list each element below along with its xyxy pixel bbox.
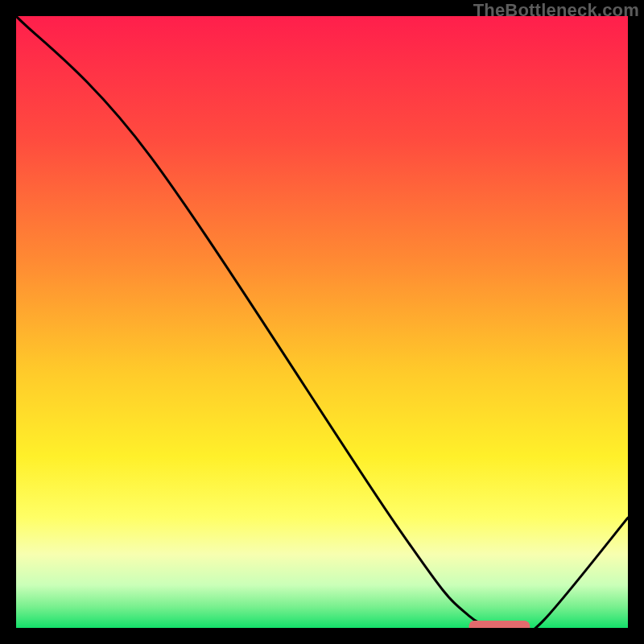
chart-frame: TheBottleneck.com	[0, 0, 644, 644]
plot-area	[16, 16, 628, 628]
optimal-range-marker	[469, 621, 530, 628]
attribution-text: TheBottleneck.com	[473, 0, 639, 21]
curve-layer	[16, 16, 628, 628]
bottleneck-curve	[16, 16, 628, 628]
